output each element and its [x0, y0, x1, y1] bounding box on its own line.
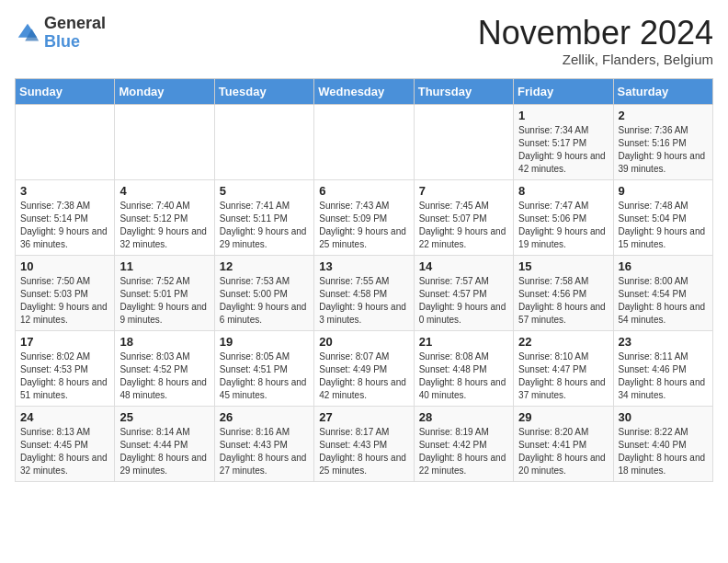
calendar-cell: 23Sunrise: 8:11 AM Sunset: 4:46 PM Dayli… — [613, 330, 712, 406]
calendar-week-row: 1Sunrise: 7:34 AM Sunset: 5:17 PM Daylig… — [16, 104, 713, 179]
day-info: Sunrise: 8:14 AM Sunset: 4:44 PM Dayligh… — [119, 426, 209, 477]
day-number: 18 — [119, 335, 209, 349]
month-title: November 2024 — [478, 15, 713, 52]
day-info: Sunrise: 8:03 AM Sunset: 4:52 PM Dayligh… — [119, 350, 209, 402]
calendar-cell: 22Sunrise: 8:10 AM Sunset: 4:47 PM Dayli… — [514, 330, 613, 406]
calendar-cell: 6Sunrise: 7:43 AM Sunset: 5:09 PM Daylig… — [314, 179, 414, 255]
day-number: 21 — [419, 335, 508, 349]
day-number: 3 — [20, 184, 109, 198]
day-info: Sunrise: 8:07 AM Sunset: 4:49 PM Dayligh… — [319, 350, 408, 402]
weekday-header-cell: Tuesday — [214, 78, 313, 104]
calendar-cell: 9Sunrise: 7:48 AM Sunset: 5:04 PM Daylig… — [613, 179, 712, 255]
day-info: Sunrise: 8:22 AM Sunset: 4:40 PM Dayligh… — [619, 426, 708, 477]
calendar-cell: 8Sunrise: 7:47 AM Sunset: 5:06 PM Daylig… — [514, 179, 613, 255]
calendar-cell: 11Sunrise: 7:52 AM Sunset: 5:01 PM Dayli… — [115, 255, 214, 330]
day-info: Sunrise: 7:40 AM Sunset: 5:12 PM Dayligh… — [119, 200, 209, 251]
day-number: 10 — [20, 259, 109, 273]
weekday-header-cell: Wednesday — [314, 78, 414, 104]
day-number: 13 — [319, 259, 408, 273]
day-info: Sunrise: 8:08 AM Sunset: 4:48 PM Dayligh… — [419, 350, 508, 402]
weekday-header-cell: Thursday — [414, 78, 513, 104]
calendar-cell: 13Sunrise: 7:55 AM Sunset: 4:58 PM Dayli… — [314, 255, 414, 330]
calendar-week-row: 10Sunrise: 7:50 AM Sunset: 5:03 PM Dayli… — [16, 255, 713, 330]
day-info: Sunrise: 8:10 AM Sunset: 4:47 PM Dayligh… — [518, 350, 608, 402]
calendar-cell — [16, 104, 115, 179]
day-info: Sunrise: 7:48 AM Sunset: 5:04 PM Dayligh… — [619, 200, 708, 251]
calendar-cell: 12Sunrise: 7:53 AM Sunset: 5:00 PM Dayli… — [214, 255, 313, 330]
calendar-cell: 10Sunrise: 7:50 AM Sunset: 5:03 PM Dayli… — [16, 255, 115, 330]
day-info: Sunrise: 7:57 AM Sunset: 4:57 PM Dayligh… — [419, 275, 508, 327]
day-number: 2 — [619, 109, 708, 122]
day-number: 24 — [20, 410, 109, 424]
day-number: 29 — [518, 410, 608, 424]
calendar-cell: 4Sunrise: 7:40 AM Sunset: 5:12 PM Daylig… — [115, 179, 214, 255]
calendar-cell: 15Sunrise: 7:58 AM Sunset: 4:56 PM Dayli… — [514, 255, 613, 330]
calendar-cell — [414, 104, 513, 179]
calendar-cell: 17Sunrise: 8:02 AM Sunset: 4:53 PM Dayli… — [16, 330, 115, 406]
logo-text: General Blue — [44, 15, 106, 52]
calendar-cell: 29Sunrise: 8:20 AM Sunset: 4:41 PM Dayli… — [514, 406, 613, 481]
calendar-cell — [214, 104, 313, 179]
day-number: 5 — [220, 184, 309, 198]
calendar-cell: 21Sunrise: 8:08 AM Sunset: 4:48 PM Dayli… — [414, 330, 513, 406]
day-info: Sunrise: 7:52 AM Sunset: 5:01 PM Dayligh… — [119, 275, 209, 327]
calendar-cell: 26Sunrise: 8:16 AM Sunset: 4:43 PM Dayli… — [214, 406, 313, 481]
location-title: Zellik, Flanders, Belgium — [478, 52, 713, 67]
day-number: 15 — [518, 259, 608, 273]
logo-icon — [15, 20, 40, 46]
day-info: Sunrise: 7:58 AM Sunset: 4:56 PM Dayligh… — [518, 275, 608, 327]
day-number: 11 — [119, 259, 209, 273]
weekday-header: SundayMondayTuesdayWednesdayThursdayFrid… — [16, 78, 713, 104]
day-info: Sunrise: 8:02 AM Sunset: 4:53 PM Dayligh… — [20, 350, 109, 402]
calendar-week-row: 24Sunrise: 8:13 AM Sunset: 4:45 PM Dayli… — [16, 406, 713, 481]
weekday-header-cell: Sunday — [16, 78, 115, 104]
day-number: 26 — [220, 410, 309, 424]
day-info: Sunrise: 8:16 AM Sunset: 4:43 PM Dayligh… — [220, 426, 309, 477]
day-number: 9 — [619, 184, 708, 198]
calendar-cell — [314, 104, 414, 179]
title-area: November 2024 Zellik, Flanders, Belgium — [478, 15, 713, 67]
day-number: 14 — [419, 259, 508, 273]
calendar-cell — [115, 104, 214, 179]
calendar-cell: 30Sunrise: 8:22 AM Sunset: 4:40 PM Dayli… — [613, 406, 712, 481]
calendar-cell: 18Sunrise: 8:03 AM Sunset: 4:52 PM Dayli… — [115, 330, 214, 406]
day-number: 25 — [119, 410, 209, 424]
day-info: Sunrise: 7:34 AM Sunset: 5:17 PM Dayligh… — [518, 124, 608, 176]
calendar-cell: 3Sunrise: 7:38 AM Sunset: 5:14 PM Daylig… — [16, 179, 115, 255]
header: General Blue November 2024 Zellik, Fland… — [15, 15, 713, 67]
day-info: Sunrise: 8:17 AM Sunset: 4:43 PM Dayligh… — [319, 426, 408, 477]
calendar-cell: 2Sunrise: 7:36 AM Sunset: 5:16 PM Daylig… — [613, 104, 712, 179]
day-info: Sunrise: 7:43 AM Sunset: 5:09 PM Dayligh… — [319, 200, 408, 251]
day-info: Sunrise: 8:11 AM Sunset: 4:46 PM Dayligh… — [619, 350, 708, 402]
calendar-cell: 20Sunrise: 8:07 AM Sunset: 4:49 PM Dayli… — [314, 330, 414, 406]
logo: General Blue — [15, 15, 106, 52]
day-number: 16 — [619, 259, 708, 273]
day-number: 12 — [220, 259, 309, 273]
day-number: 4 — [119, 184, 209, 198]
day-info: Sunrise: 7:45 AM Sunset: 5:07 PM Dayligh… — [419, 200, 508, 251]
logo-general: General — [44, 15, 106, 33]
calendar-cell: 19Sunrise: 8:05 AM Sunset: 4:51 PM Dayli… — [214, 330, 313, 406]
day-number: 28 — [419, 410, 508, 424]
calendar-cell: 24Sunrise: 8:13 AM Sunset: 4:45 PM Dayli… — [16, 406, 115, 481]
day-info: Sunrise: 8:00 AM Sunset: 4:54 PM Dayligh… — [619, 275, 708, 327]
day-number: 20 — [319, 335, 408, 349]
weekday-header-cell: Monday — [115, 78, 214, 104]
day-info: Sunrise: 7:36 AM Sunset: 5:16 PM Dayligh… — [619, 124, 708, 176]
day-info: Sunrise: 7:38 AM Sunset: 5:14 PM Dayligh… — [20, 200, 109, 251]
day-number: 17 — [20, 335, 109, 349]
calendar-cell: 27Sunrise: 8:17 AM Sunset: 4:43 PM Dayli… — [314, 406, 414, 481]
day-info: Sunrise: 7:47 AM Sunset: 5:06 PM Dayligh… — [518, 200, 608, 251]
calendar-cell: 1Sunrise: 7:34 AM Sunset: 5:17 PM Daylig… — [514, 104, 613, 179]
day-info: Sunrise: 8:13 AM Sunset: 4:45 PM Dayligh… — [20, 426, 109, 477]
day-number: 22 — [518, 335, 608, 349]
calendar-week-row: 17Sunrise: 8:02 AM Sunset: 4:53 PM Dayli… — [16, 330, 713, 406]
calendar-cell: 25Sunrise: 8:14 AM Sunset: 4:44 PM Dayli… — [115, 406, 214, 481]
calendar-cell: 28Sunrise: 8:19 AM Sunset: 4:42 PM Dayli… — [414, 406, 513, 481]
day-number: 1 — [518, 109, 608, 122]
day-number: 19 — [220, 335, 309, 349]
day-number: 8 — [518, 184, 608, 198]
day-info: Sunrise: 7:53 AM Sunset: 5:00 PM Dayligh… — [220, 275, 309, 327]
calendar-week-row: 3Sunrise: 7:38 AM Sunset: 5:14 PM Daylig… — [16, 179, 713, 255]
calendar-cell: 7Sunrise: 7:45 AM Sunset: 5:07 PM Daylig… — [414, 179, 513, 255]
